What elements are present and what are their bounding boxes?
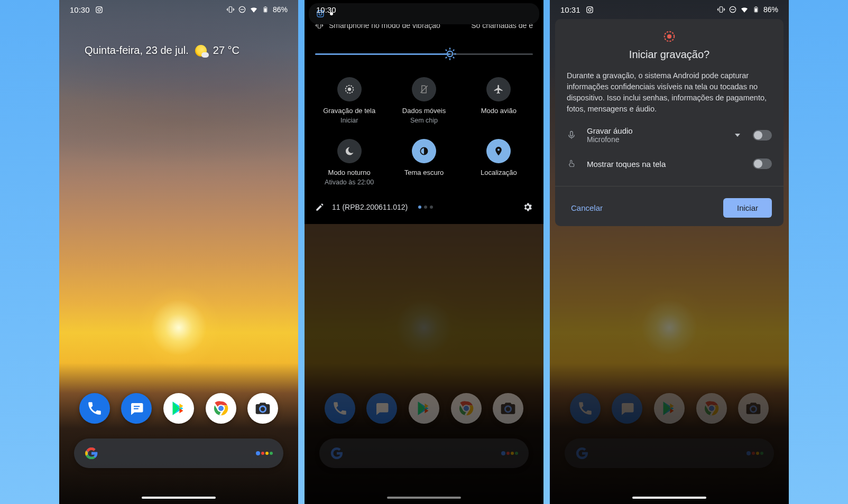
start-button[interactable]: Iniciar bbox=[723, 198, 772, 218]
instagram-notif-icon bbox=[95, 5, 104, 14]
brightness-slider[interactable] bbox=[315, 43, 533, 64]
phone-app-icon[interactable] bbox=[79, 393, 110, 424]
svg-point-37 bbox=[588, 8, 591, 11]
qs-tile-label: Dados móveis bbox=[402, 107, 446, 115]
build-text: 11 (RPB2.200611.012) bbox=[332, 203, 408, 211]
qs-tile-grid: Gravação de tela Iniciar Dados móveis Se… bbox=[315, 70, 533, 198]
wifi-icon bbox=[250, 5, 258, 14]
google-search-bar[interactable] bbox=[74, 438, 283, 468]
qs-tile-sublabel: Ativado às 22:00 bbox=[325, 179, 374, 186]
qs-tile-airplane[interactable]: Modo avião bbox=[465, 77, 533, 124]
location-icon bbox=[486, 139, 511, 163]
screenshot-home: 10:30 86% Quinta-feira, 23 de jul. 27 °C bbox=[59, 0, 298, 504]
battery-icon bbox=[752, 5, 760, 14]
weather-icon bbox=[195, 45, 207, 57]
settings-gear-icon[interactable] bbox=[522, 202, 533, 212]
instagram-notif-icon bbox=[586, 5, 594, 14]
mic-icon bbox=[567, 130, 577, 140]
status-time: 10:31 bbox=[560, 5, 580, 14]
dnd-icon bbox=[238, 5, 246, 14]
wallpaper bbox=[59, 0, 298, 504]
svg-rect-39 bbox=[720, 7, 722, 13]
chrome-app-icon[interactable] bbox=[206, 393, 236, 424]
dnd-icon bbox=[729, 5, 737, 14]
qs-tile-sublabel: Sem chip bbox=[410, 117, 438, 124]
messages-app-icon bbox=[366, 393, 397, 424]
status-bar: 10:31 86% bbox=[550, 0, 789, 19]
svg-line-23 bbox=[446, 57, 447, 58]
play-store-app-icon bbox=[409, 393, 439, 424]
page-indicator bbox=[418, 206, 433, 209]
qs-tile-label: Localização bbox=[481, 169, 517, 176]
qs-tile-label: Modo avião bbox=[481, 107, 517, 115]
qs-tile-location[interactable]: Localização bbox=[465, 139, 533, 186]
dialog-body-text: Durante a gravação, o sistema Android po… bbox=[567, 70, 772, 115]
qs-footer: 11 (RPB2.200611.012) bbox=[315, 198, 533, 220]
no-sim-icon bbox=[412, 77, 436, 101]
show-touches-row[interactable]: Mostrar toques na tela bbox=[567, 151, 772, 176]
screenshot-quick-settings: 10:30 Smartphone no modo de vibração Só … bbox=[305, 0, 543, 504]
row-subtitle: Microfone bbox=[587, 135, 725, 144]
screenshot-record-dialog: 10:31 86% Iniciar gravação? Durante a gr… bbox=[550, 0, 789, 504]
screen-record-icon bbox=[337, 77, 362, 101]
google-logo-icon bbox=[330, 446, 344, 460]
status-bar: 10:30 bbox=[305, 0, 543, 19]
row-title: Gravar áudio bbox=[587, 126, 725, 135]
svg-rect-43 bbox=[755, 7, 757, 7]
record-audio-row[interactable]: Gravar áudio Microfone bbox=[567, 119, 772, 151]
status-bar: 10:30 86% bbox=[59, 0, 298, 19]
dock bbox=[59, 393, 298, 424]
screen-record-dialog: Iniciar gravação? Durante a gravação, o … bbox=[555, 19, 784, 226]
touch-icon bbox=[567, 159, 577, 169]
airplane-icon bbox=[486, 77, 511, 101]
brightness-thumb-icon[interactable] bbox=[443, 46, 457, 61]
camera-app-icon[interactable] bbox=[247, 393, 278, 424]
touches-toggle[interactable] bbox=[753, 158, 772, 169]
svg-line-22 bbox=[453, 57, 454, 58]
status-battery-pct: 86% bbox=[273, 5, 288, 14]
cancel-button[interactable]: Cancelar bbox=[567, 198, 607, 218]
svg-rect-44 bbox=[755, 8, 758, 12]
svg-point-38 bbox=[591, 7, 592, 8]
svg-line-21 bbox=[446, 50, 447, 51]
status-time: 10:30 bbox=[70, 5, 90, 14]
assistant-icon[interactable] bbox=[256, 451, 273, 455]
play-store-app-icon[interactable] bbox=[163, 393, 194, 424]
gesture-nav-bar[interactable] bbox=[142, 497, 216, 499]
date-text: Quinta-feira, 23 de jul. bbox=[85, 44, 189, 57]
quick-settings-panel: Smartphone no modo de vibração Só chamad… bbox=[305, 0, 543, 224]
messages-app-icon[interactable] bbox=[121, 393, 152, 424]
qs-tile-screen-record[interactable]: Gravação de tela Iniciar bbox=[315, 77, 383, 124]
dialog-title: Iniciar gravação? bbox=[567, 49, 772, 61]
chevron-down-icon[interactable] bbox=[735, 134, 740, 137]
dock bbox=[305, 393, 543, 424]
gesture-nav-bar[interactable] bbox=[632, 497, 706, 499]
moon-icon bbox=[337, 139, 362, 163]
vibrate-icon bbox=[717, 5, 725, 14]
status-battery-pct: 86% bbox=[763, 5, 778, 14]
audio-toggle[interactable] bbox=[753, 130, 772, 141]
qs-tile-label: Modo noturno bbox=[328, 169, 371, 176]
at-a-glance-widget[interactable]: Quinta-feira, 23 de jul. 27 °C bbox=[85, 44, 273, 57]
svg-point-46 bbox=[667, 34, 671, 39]
svg-rect-3 bbox=[229, 7, 232, 13]
row-title: Mostrar toques na tela bbox=[587, 160, 743, 169]
qs-tile-label: Tema escuro bbox=[404, 169, 444, 176]
google-logo-icon bbox=[85, 446, 98, 460]
svg-point-2 bbox=[100, 7, 102, 8]
camera-app-icon bbox=[493, 393, 523, 424]
status-time: 10:30 bbox=[316, 5, 336, 14]
phone-app-icon bbox=[325, 393, 355, 424]
temperature-text: 27 °C bbox=[213, 44, 239, 57]
qs-tile-night-mode[interactable]: Modo noturno Ativado às 22:00 bbox=[315, 139, 383, 186]
qs-tile-sublabel: Iniciar bbox=[340, 117, 358, 124]
edit-icon[interactable] bbox=[315, 202, 325, 212]
dialog-actions: Cancelar Iniciar bbox=[567, 196, 772, 218]
qs-tile-mobile-data[interactable]: Dados móveis Sem chip bbox=[390, 77, 458, 124]
qs-tile-dark-theme[interactable]: Tema escuro bbox=[390, 139, 458, 186]
svg-point-16 bbox=[447, 51, 453, 57]
divider bbox=[555, 186, 784, 186]
assistant-icon bbox=[501, 451, 518, 455]
record-icon bbox=[567, 30, 772, 43]
gesture-nav-bar[interactable] bbox=[387, 497, 461, 499]
